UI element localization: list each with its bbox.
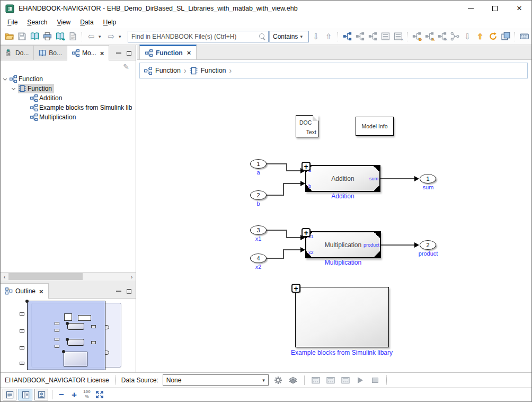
goto-parent-button[interactable] <box>367 31 378 42</box>
contains-dropdown[interactable]: Contains ▾ <box>269 31 309 42</box>
navigate-back-button[interactable]: ⇦ <box>85 31 97 42</box>
reload-model-button[interactable] <box>487 31 499 42</box>
tree-item-root[interactable]: Function <box>1 74 136 84</box>
tab-model[interactable]: Mo... × <box>67 45 109 60</box>
split-view-button[interactable] <box>19 389 32 400</box>
menu-data[interactable]: Data <box>75 17 98 28</box>
tree-item-example-blocks[interactable]: Example blocks from Simulink lib <box>1 103 136 112</box>
inport-2[interactable]: 2 <box>250 190 267 200</box>
save-button[interactable] <box>16 31 28 42</box>
outport-product[interactable]: 2 <box>420 240 436 250</box>
expand-example-button[interactable]: + <box>291 284 300 293</box>
author-view-button[interactable] <box>34 389 48 400</box>
export-button[interactable]: ⇧ <box>474 31 486 42</box>
data-source-dropdown[interactable]: None ▾ <box>163 374 269 386</box>
panel-minimize-icon[interactable] <box>116 53 121 54</box>
tree-item-subsystem[interactable]: Function <box>1 84 136 93</box>
find-input[interactable] <box>131 33 258 40</box>
print-button[interactable] <box>41 31 53 42</box>
expand-model-button[interactable] <box>341 31 353 42</box>
inport-3[interactable]: 3 <box>250 225 267 235</box>
maximize-button[interactable] <box>483 1 507 16</box>
calibration-clear-button[interactable] <box>325 375 336 386</box>
fit-to-view-button[interactable] <box>94 389 105 400</box>
expand-multiplication-button[interactable]: + <box>302 228 311 237</box>
menu-help[interactable]: Help <box>99 17 121 28</box>
breadcrumb-item-subsystem[interactable]: Function <box>201 67 226 74</box>
expand-addition-button[interactable]: + <box>302 162 311 171</box>
inport-4[interactable]: 4 <box>250 254 267 263</box>
model-info-block[interactable]: Model Info <box>356 117 394 136</box>
menu-view[interactable]: View <box>52 17 75 28</box>
outline-mini-plus <box>62 350 65 353</box>
show-list-button[interactable] <box>379 31 391 42</box>
diagram-canvas[interactable]: DOC Text Model Info 1 a 2 b 3 x1 4 x2 1 … <box>137 79 531 372</box>
close-button[interactable]: × <box>507 1 531 16</box>
tab-books[interactable]: Bo... <box>33 45 67 60</box>
navigate-back-dropdown[interactable]: ▾ <box>98 31 104 42</box>
zoom-reset-button[interactable]: 100 % <box>82 390 92 399</box>
tree-item-multiplication[interactable]: Multiplication <box>1 112 136 122</box>
panel-maximize-icon[interactable] <box>127 289 131 294</box>
addition-block[interactable]: Addition a b sum <box>305 165 380 192</box>
collapse-model-button[interactable] <box>354 31 366 42</box>
zoom-out-button[interactable]: − <box>56 390 67 399</box>
data-settings-button[interactable] <box>273 375 283 386</box>
multiplication-block[interactable]: Multiplication x1 x2 product <box>305 231 381 258</box>
show-annotations-button[interactable]: A <box>423 31 435 42</box>
show-data-button[interactable]: D <box>411 31 422 42</box>
start-measurement-button[interactable] <box>355 375 366 386</box>
panel-maximize-icon[interactable] <box>127 51 131 56</box>
export-pdf-button[interactable] <box>67 31 78 42</box>
minimize-button[interactable] <box>458 1 483 16</box>
tree-item-addition[interactable]: Addition <box>1 93 136 103</box>
find-previous-button[interactable]: ⇧ <box>323 31 334 42</box>
navigate-forward-dropdown[interactable]: ▾ <box>118 31 125 42</box>
caret-down-icon: ▾ <box>119 34 124 39</box>
navigate-forward-button[interactable]: ⇨ <box>105 31 117 42</box>
keyboard-shortcuts-button[interactable] <box>518 31 530 42</box>
panel-minimize-icon[interactable] <box>116 291 121 292</box>
open-file-button[interactable] <box>3 31 15 42</box>
addition-caption[interactable]: Addition <box>305 193 380 200</box>
document-tab-bar: Function × <box>137 45 531 60</box>
find-next-button[interactable]: ⇩ <box>310 31 322 42</box>
scrollbar-track[interactable] <box>8 273 128 281</box>
menu-file[interactable]: File <box>3 17 22 28</box>
calibration-sync-button[interactable] <box>340 375 351 386</box>
calibration-view-button[interactable] <box>311 375 321 386</box>
tab-close-icon[interactable]: × <box>39 287 43 295</box>
breadcrumb-item-function[interactable]: Function <box>155 67 181 74</box>
pencil-icon[interactable]: ✎ <box>123 63 129 71</box>
chevron-down-icon[interactable] <box>3 76 7 80</box>
example-blocks-block[interactable] <box>295 287 389 347</box>
inport-1[interactable]: 1 <box>250 159 267 169</box>
clear-list-button[interactable]: × <box>392 31 404 42</box>
outport-sum[interactable]: 1 <box>420 174 436 183</box>
import-button[interactable]: ⇩ <box>462 31 473 42</box>
chevron-down-icon[interactable] <box>12 86 15 90</box>
tab-close-icon[interactable]: × <box>100 49 104 57</box>
stop-measurement-button[interactable] <box>370 375 380 386</box>
scrollbar-thumb[interactable] <box>8 273 83 280</box>
tab-outline[interactable]: Outline × <box>0 283 49 299</box>
scroll-right-icon[interactable]: › <box>128 273 136 281</box>
remove-tree-button[interactable]: × <box>436 31 448 42</box>
zoom-in-button[interactable]: + <box>69 390 79 399</box>
tab-close-icon[interactable]: × <box>187 49 191 57</box>
single-page-view-button[interactable] <box>3 389 16 400</box>
close-ehandbook-button[interactable]: ➜ <box>54 31 66 42</box>
tree-horizontal-scrollbar[interactable]: ‹ › <box>1 272 136 281</box>
data-layers-button[interactable] <box>288 375 298 386</box>
scroll-left-icon[interactable]: ‹ <box>1 273 8 281</box>
open-ehandbook-button[interactable] <box>29 31 40 42</box>
tab-documents[interactable]: Do... <box>0 45 34 60</box>
tab-function[interactable]: Function × <box>139 45 197 59</box>
doc-annotation-block[interactable]: DOC Text <box>296 115 318 137</box>
menu-search[interactable]: Search <box>22 17 52 28</box>
window-layout-button[interactable] <box>500 31 511 42</box>
example-caption[interactable]: Example blocks from Simulink libary <box>283 349 400 356</box>
outline-thumbnail[interactable] <box>1 299 136 373</box>
branch-compare-button[interactable] <box>449 31 460 42</box>
multiplication-caption[interactable]: Multiplication <box>305 259 381 266</box>
